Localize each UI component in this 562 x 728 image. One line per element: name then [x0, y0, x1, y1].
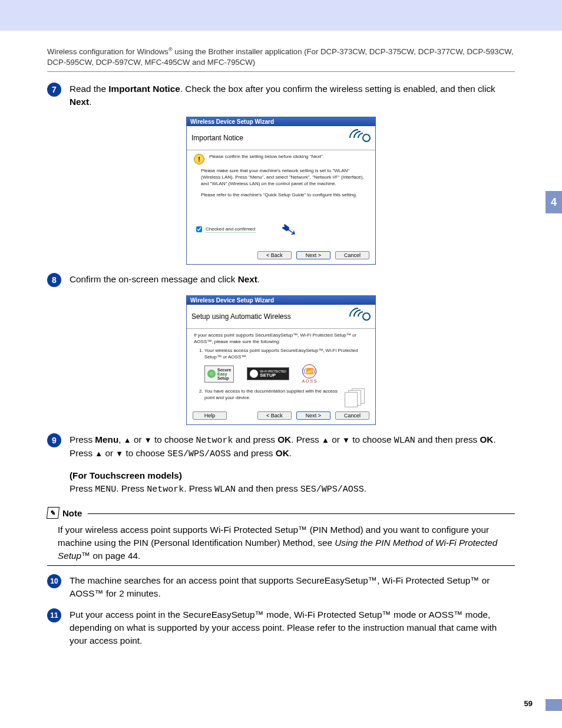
note-label: Note — [62, 508, 82, 518]
dialog2-titlebar: Wireless Device Setup Wizard — [187, 296, 375, 305]
cancel-button[interactable]: Cancel — [335, 251, 369, 259]
step-9-text: Press Menu, ▲ or ▼ to choose Network and… — [70, 433, 515, 496]
touchscreen-heading: (For Touchscreen models) — [70, 469, 515, 482]
header-divider — [47, 71, 515, 72]
wps-logo-icon: WI-FI PROTECTED SETUP — [247, 367, 289, 380]
wireless-logo-icon — [319, 308, 371, 325]
footer-stripe — [546, 699, 562, 711]
back-button[interactable]: < Back — [257, 411, 292, 420]
step-number-8: 8 — [47, 273, 61, 287]
wireless-logo-icon — [319, 130, 371, 146]
page-number: 59 — [524, 699, 533, 708]
note-text: If your wireless access point supports W… — [58, 523, 515, 563]
step-8-text: Confirm the on-screen message and click … — [70, 273, 515, 287]
step-number-7: 7 — [47, 83, 61, 97]
pointer-arrow-icon: ➸ — [275, 214, 303, 246]
checked-confirmed-label: Checked and confirmed — [206, 226, 256, 233]
ses-logo-icon: Secure Easy Setup — [204, 365, 234, 383]
dialog2-item-1: Your wireless access point supports Secu… — [204, 348, 368, 361]
checked-confirmed-checkbox[interactable] — [196, 226, 202, 232]
chapter-tab: 4 — [546, 191, 562, 213]
step-7-text: Read the Important Notice. Check the box… — [70, 83, 515, 108]
step-11: 11 Put your access point in the SecureEa… — [47, 608, 515, 648]
step-8: 8 Confirm the on-screen message and clic… — [47, 273, 515, 287]
help-button[interactable]: Help — [193, 411, 227, 420]
cancel-button[interactable]: Cancel — [335, 411, 369, 420]
dialog2-intro: If your access point supports SecureEasy… — [194, 332, 368, 345]
dialog-heading: Important Notice — [191, 134, 243, 142]
step-10-text: The machine searches for an access point… — [70, 574, 515, 600]
dialog-paragraph-2: Please refer to the machine's "Quick Set… — [201, 192, 368, 199]
dialog2-heading: Setup using Automatic Wireless — [191, 312, 291, 321]
step-number-10: 10 — [47, 574, 61, 588]
next-button[interactable]: Next > — [296, 411, 330, 420]
aoss-logo-icon: ((📶)) A O S S — [302, 364, 317, 384]
note-block: ✎ Note If your wireless access point sup… — [47, 507, 515, 566]
step-9: 9 Press Menu, ▲ or ▼ to choose Network a… — [47, 433, 515, 496]
registered-mark: ® — [168, 47, 173, 52]
next-button[interactable]: Next > — [296, 251, 330, 259]
step-11-text: Put your access point in the SecureEasyS… — [70, 608, 515, 648]
top-band — [0, 0, 562, 31]
dialog-important-notice: Wireless Device Setup Wizard Important N… — [186, 117, 376, 265]
warning-icon: ! — [194, 154, 204, 164]
dialog2-item-2: You have access to the documentation sup… — [204, 388, 368, 401]
header-text-1: Wireless configuration for Windows — [47, 47, 168, 56]
step-number-9: 9 — [47, 433, 61, 447]
step-number-11: 11 — [47, 608, 61, 622]
dialog-paragraph-1: Please make sure that your machine's net… — [201, 168, 368, 187]
note-icon: ✎ — [47, 507, 59, 519]
dialog2-header: Setup using Automatic Wireless — [187, 305, 375, 329]
dialog-header: Important Notice — [187, 126, 375, 150]
dialog-warning-text: Please confirm the setting below before … — [209, 154, 324, 160]
back-button[interactable]: < Back — [257, 251, 292, 259]
dialog-auto-wireless: Wireless Device Setup Wizard Setup using… — [186, 295, 376, 424]
documents-icon — [345, 388, 368, 405]
dialog-titlebar: Wireless Device Setup Wizard — [187, 117, 375, 126]
step-7: 7 Read the Important Notice. Check the b… — [47, 83, 515, 108]
page-header: Wireless configuration for Windows® usin… — [47, 46, 515, 68]
step-10: 10 The machine searches for an access po… — [47, 574, 515, 600]
